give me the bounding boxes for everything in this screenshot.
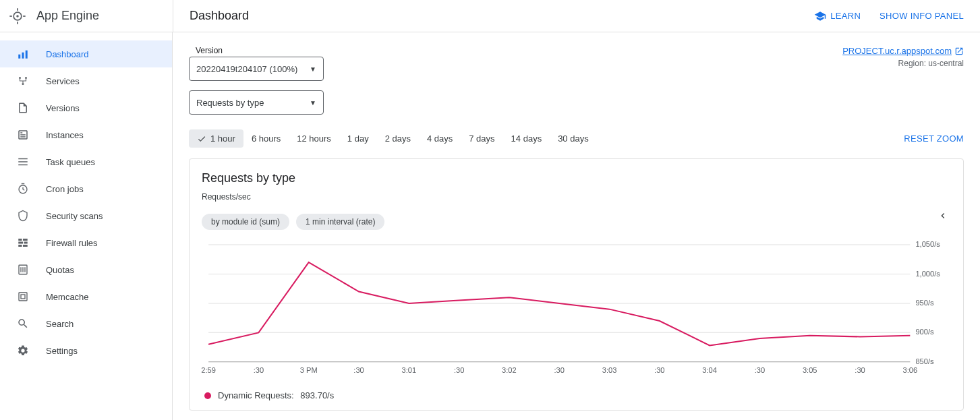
- sidebar-item-settings[interactable]: Settings: [0, 337, 172, 364]
- sidebar-item-memcache[interactable]: Memcache: [0, 283, 172, 310]
- range-6-hours[interactable]: 6 hours: [243, 129, 289, 148]
- sidebar-item-security-scans[interactable]: Security scans: [0, 202, 172, 229]
- svg-text::30: :30: [254, 366, 264, 374]
- svg-text:1,000/s: 1,000/s: [915, 270, 940, 278]
- svg-rect-6: [18, 55, 20, 59]
- firewall-icon: [16, 236, 30, 249]
- sidebar-item-label: Instances: [46, 130, 84, 140]
- svg-text:3:03: 3:03: [602, 366, 617, 374]
- svg-rect-19: [24, 242, 28, 244]
- svg-text:3:04: 3:04: [702, 366, 717, 374]
- legend-swatch-icon: [204, 392, 211, 399]
- main-content: Version 20220419t204107 (100%) ▼ Request…: [173, 32, 980, 420]
- instances-icon: [16, 128, 30, 142]
- chart-card: Requests by type Requests/sec by module …: [189, 158, 964, 411]
- region-label: Region: us-central: [842, 59, 964, 68]
- sidebar-item-label: Firewall rules: [46, 238, 98, 248]
- memcache-icon: [16, 290, 30, 303]
- svg-rect-14: [20, 136, 26, 138]
- svg-rect-12: [20, 132, 22, 133]
- sidebar-item-label: Security scans: [46, 211, 103, 221]
- brand: App Engine: [0, 7, 173, 26]
- sidebar-item-cron-jobs[interactable]: Cron jobs: [0, 175, 172, 202]
- svg-rect-20: [18, 245, 22, 247]
- sidebar-item-label: Services: [46, 76, 80, 86]
- svg-rect-18: [18, 242, 23, 244]
- sidebar-item-quotas[interactable]: Quotas: [0, 256, 172, 283]
- security-icon: [16, 209, 30, 222]
- page-title: Dashboard: [190, 9, 249, 23]
- sidebar-item-label: Task queues: [46, 157, 95, 167]
- external-link-icon: [954, 47, 964, 56]
- svg-text:3:01: 3:01: [402, 366, 417, 374]
- chart-legend: Dynamic Requests: 893.70/s: [202, 390, 951, 400]
- version-label: Version: [196, 46, 324, 55]
- svg-text::30: :30: [454, 366, 464, 374]
- chart-subtitle: Requests/sec: [202, 192, 951, 202]
- svg-text:950/s: 950/s: [915, 299, 934, 307]
- learn-icon: [814, 10, 826, 22]
- svg-text:3:02: 3:02: [502, 366, 517, 374]
- time-range-group: 1 hour6 hours12 hours1 day2 days4 days7 …: [189, 129, 597, 148]
- sidebar-item-dashboard[interactable]: Dashboard: [0, 40, 172, 67]
- sidebar-item-label: Cron jobs: [46, 184, 84, 194]
- check-icon: [197, 134, 206, 144]
- svg-point-9: [19, 77, 21, 79]
- show-info-panel-button[interactable]: SHOW INFO PANEL: [880, 11, 964, 21]
- svg-text:2:59: 2:59: [202, 366, 216, 374]
- svg-text:3:05: 3:05: [803, 366, 817, 374]
- learn-button[interactable]: LEARN: [814, 10, 861, 22]
- range-7-days[interactable]: 7 days: [461, 129, 502, 148]
- chevron-left-icon: [938, 210, 948, 221]
- quotas-icon: [16, 263, 30, 276]
- chart-chips: by module id (sum)1 min interval (rate): [202, 214, 384, 230]
- svg-rect-8: [26, 51, 28, 59]
- chip-1[interactable]: 1 min interval (rate): [296, 214, 384, 230]
- svg-text:850/s: 850/s: [915, 357, 934, 365]
- settings-icon: [16, 344, 30, 357]
- caret-down-icon: ▼: [310, 99, 316, 107]
- app-engine-icon: [8, 7, 27, 26]
- chip-0[interactable]: by module id (sum): [202, 214, 289, 230]
- chart-plot[interactable]: 850/s900/s950/s1,000/s1,050/s2:59:303 PM…: [202, 239, 951, 381]
- range-1-day[interactable]: 1 day: [339, 129, 377, 148]
- range-14-days[interactable]: 14 days: [503, 129, 550, 148]
- svg-rect-17: [23, 239, 28, 241]
- sidebar-item-search[interactable]: Search: [0, 310, 172, 337]
- sidebar-item-label: Quotas: [46, 265, 74, 275]
- range-30-days[interactable]: 30 days: [550, 129, 597, 148]
- project-link[interactable]: PROJECT.uc.r.appspot.com: [842, 46, 964, 56]
- sidebar-item-label: Dashboard: [46, 49, 89, 59]
- collapse-button[interactable]: [935, 208, 951, 224]
- sidebar-item-instances[interactable]: Instances: [0, 121, 172, 148]
- sidebar: DashboardServicesVersionsInstancesTask q…: [0, 32, 173, 420]
- svg-rect-27: [21, 295, 25, 299]
- svg-text:3:06: 3:06: [903, 366, 918, 374]
- services-icon: [16, 74, 30, 88]
- metric-select[interactable]: Requests by type ▼: [189, 90, 324, 115]
- svg-text:900/s: 900/s: [915, 328, 934, 336]
- reset-zoom-button[interactable]: RESET ZOOM: [904, 133, 964, 144]
- svg-rect-13: [20, 134, 26, 136]
- range-4-days[interactable]: 4 days: [419, 129, 461, 148]
- sidebar-item-label: Settings: [46, 346, 78, 356]
- sidebar-item-label: Memcache: [46, 292, 89, 302]
- sidebar-item-services[interactable]: Services: [0, 67, 172, 94]
- sidebar-item-task-queues[interactable]: Task queues: [0, 148, 172, 175]
- svg-rect-26: [19, 293, 27, 301]
- range-2-days[interactable]: 2 days: [377, 129, 419, 148]
- sidebar-item-versions[interactable]: Versions: [0, 94, 172, 121]
- sidebar-item-firewall-rules[interactable]: Firewall rules: [0, 229, 172, 256]
- svg-point-10: [25, 77, 27, 79]
- svg-text:1,050/s: 1,050/s: [915, 240, 940, 248]
- svg-text::30: :30: [554, 366, 565, 374]
- range-1-hour[interactable]: 1 hour: [189, 129, 243, 148]
- svg-text::30: :30: [353, 366, 364, 374]
- range-12-hours[interactable]: 12 hours: [289, 129, 339, 148]
- cron-icon: [16, 182, 30, 196]
- search-icon: [16, 317, 30, 330]
- version-select[interactable]: 20220419t204107 (100%) ▼: [189, 57, 324, 81]
- versions-icon: [16, 101, 30, 115]
- brand-name: App Engine: [36, 9, 99, 23]
- svg-text::30: :30: [855, 366, 865, 374]
